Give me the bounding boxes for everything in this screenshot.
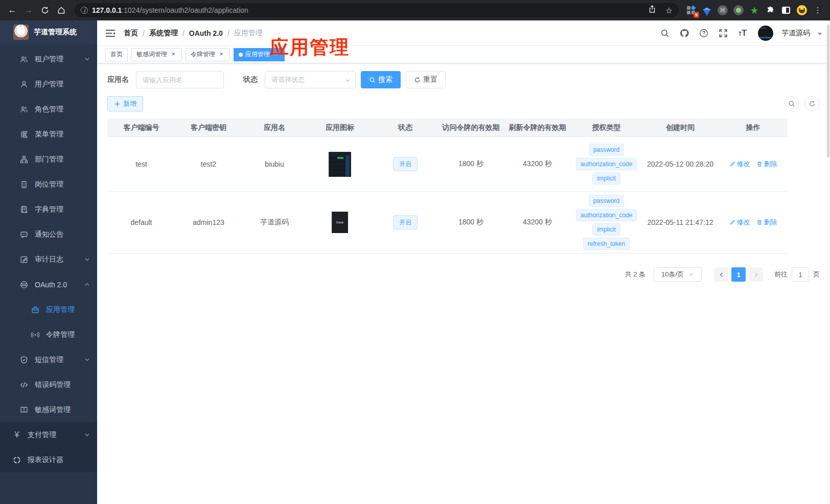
- sidebar-item[interactable]: ¥支付管理: [0, 422, 97, 447]
- browser-menu-icon[interactable]: ⋮: [812, 4, 824, 16]
- status-select[interactable]: 请选择状态: [265, 71, 356, 88]
- address-bar[interactable]: i 127.0.0.1:1024/system/oauth2/oauth2/ap…: [75, 3, 679, 17]
- github-icon[interactable]: [677, 26, 691, 40]
- sidebar-item-label: 应用管理: [46, 305, 75, 314]
- sidebar-item[interactable]: 短信管理: [0, 347, 97, 372]
- page-size-select[interactable]: 10条/页: [654, 267, 702, 282]
- user-menu-caret-icon[interactable]: [818, 33, 822, 35]
- sidebar-item[interactable]: 审计日志: [0, 247, 97, 272]
- cell-client-id: test: [107, 160, 175, 168]
- tab-1[interactable]: 敏感词管理×: [131, 48, 182, 61]
- trash-icon: [756, 161, 763, 167]
- sidebar-item-label: 用户管理: [35, 80, 63, 89]
- profile-avatar-icon[interactable]: [796, 4, 808, 16]
- search-button[interactable]: 搜索: [361, 71, 401, 88]
- sidebar-item[interactable]: 通知公告: [0, 222, 97, 247]
- next-page-button[interactable]: [749, 267, 763, 282]
- extension-star-icon[interactable]: ★: [748, 4, 760, 16]
- sidebar-item[interactable]: 租户管理: [0, 47, 97, 72]
- browser-forward-icon[interactable]: →: [21, 3, 36, 17]
- sidebar-item[interactable]: 报表设计器: [0, 447, 97, 472]
- extensions-puzzle-icon[interactable]: [764, 4, 776, 16]
- users-icon: [19, 105, 29, 114]
- grant-type-tag: authorization_code: [576, 158, 637, 170]
- close-icon[interactable]: ×: [272, 51, 280, 58]
- share-icon[interactable]: [648, 5, 656, 15]
- delete-link[interactable]: 删除: [756, 218, 777, 227]
- sidebar-item[interactable]: 用户管理: [0, 72, 97, 97]
- browser-home-icon[interactable]: [54, 3, 68, 17]
- sidebar-item[interactable]: OAuth 2.0: [0, 272, 97, 297]
- sidebar-collapse-icon[interactable]: [105, 28, 116, 38]
- total-count: 共 2 条: [625, 270, 645, 279]
- goto-page-input[interactable]: [792, 267, 809, 282]
- breadcrumb-item[interactable]: 系统管理: [149, 29, 178, 38]
- extension-blocks-icon[interactable]: 9: [685, 4, 697, 16]
- user-avatar[interactable]: [758, 26, 773, 41]
- close-icon[interactable]: ×: [218, 51, 225, 58]
- extension-badge: 9: [694, 12, 699, 18]
- delete-link[interactable]: 删除: [756, 159, 777, 169]
- tab-active[interactable]: 应用管理×: [234, 48, 285, 61]
- sidebar-logo[interactable]: 芋道管理系统: [0, 20, 97, 44]
- sidebar-item[interactable]: 令牌管理: [0, 322, 97, 347]
- edit-icon: [729, 219, 735, 225]
- cell-access-validity: 1800 秒: [438, 159, 504, 169]
- sidebar-item[interactable]: 菜单管理: [0, 122, 97, 147]
- bookmark-star-icon[interactable]: ☆: [665, 6, 673, 15]
- sidebar-item[interactable]: 部门管理: [0, 147, 97, 172]
- sidebar-item[interactable]: 敏感词管理: [0, 397, 97, 422]
- cell-refresh-validity: 43200 秒: [504, 218, 571, 227]
- header-search-icon[interactable]: [658, 26, 672, 40]
- breadcrumb-item[interactable]: 首页: [124, 29, 138, 38]
- edit-link[interactable]: 修改: [729, 218, 750, 227]
- browser-back-icon[interactable]: ←: [5, 3, 19, 17]
- grant-type-tag: password: [589, 195, 624, 207]
- dark-logo-thumbnail: Gitub: [332, 212, 348, 233]
- extension-record-icon[interactable]: [732, 4, 745, 16]
- status-tag: 开启: [393, 215, 418, 230]
- refresh-table-icon[interactable]: [804, 96, 820, 111]
- column-header: 客户端编号: [107, 123, 175, 132]
- toggle-search-icon[interactable]: [784, 96, 799, 111]
- help-icon[interactable]: [697, 26, 711, 40]
- users-icon: [19, 55, 29, 64]
- page-content: 应用名 状态 请选择状态 搜索 重置: [97, 63, 830, 504]
- table-row: defaultadmin123芋道源码Gitub开启1800 秒43200 秒p…: [107, 192, 788, 254]
- font-size-icon[interactable]: TT: [735, 26, 750, 40]
- tab-0[interactable]: 首页: [105, 48, 128, 61]
- code-icon: [19, 380, 29, 390]
- fullscreen-icon[interactable]: [716, 26, 730, 40]
- browser-toolbar: ← → i 127.0.0.1:1024/system/oauth2/oauth…: [0, 0, 830, 20]
- add-button[interactable]: 新增: [107, 96, 143, 111]
- chevron-up-icon: [84, 282, 90, 287]
- sidebar-item[interactable]: 错误码管理: [0, 372, 97, 397]
- scrollbar[interactable]: [826, 20, 830, 504]
- token-icon: [31, 330, 40, 339]
- tab-2[interactable]: 令牌管理×: [186, 48, 230, 61]
- browser-reload-icon[interactable]: [38, 3, 52, 17]
- sidebar-toggle-icon[interactable]: [780, 4, 792, 16]
- column-header: 操作: [719, 123, 788, 132]
- robot-icon: [19, 280, 29, 289]
- site-info-icon[interactable]: i: [81, 7, 88, 14]
- grant-type-tag: refresh_token: [583, 238, 630, 250]
- sidebar-item[interactable]: 岗位管理: [0, 172, 97, 197]
- sidebar-item[interactable]: 字典管理: [0, 197, 97, 222]
- app-name-input[interactable]: [136, 71, 224, 88]
- sidebar-item-label: 岗位管理: [35, 180, 63, 189]
- sidebar-item[interactable]: 应用管理: [0, 297, 97, 322]
- breadcrumb-item[interactable]: OAuth 2.0: [189, 29, 223, 37]
- page-number-button[interactable]: 1: [731, 267, 746, 282]
- prev-page-button[interactable]: [714, 267, 728, 282]
- username[interactable]: 芋道源码: [781, 29, 810, 38]
- reset-button[interactable]: 重置: [406, 71, 446, 88]
- edit-link[interactable]: 修改: [729, 159, 750, 169]
- applications-table: 客户端编号客户端密钥应用名应用图标状态访问令牌的有效期刷新令牌的有效期授权类型创…: [107, 119, 788, 254]
- chevron-down-icon: [84, 257, 90, 262]
- column-header: 客户端密钥: [175, 123, 242, 132]
- extension-command-icon[interactable]: ⌘: [717, 4, 729, 16]
- sidebar-item[interactable]: 角色管理: [0, 97, 97, 122]
- close-icon[interactable]: ×: [170, 51, 177, 58]
- extension-gem-icon[interactable]: [701, 4, 713, 16]
